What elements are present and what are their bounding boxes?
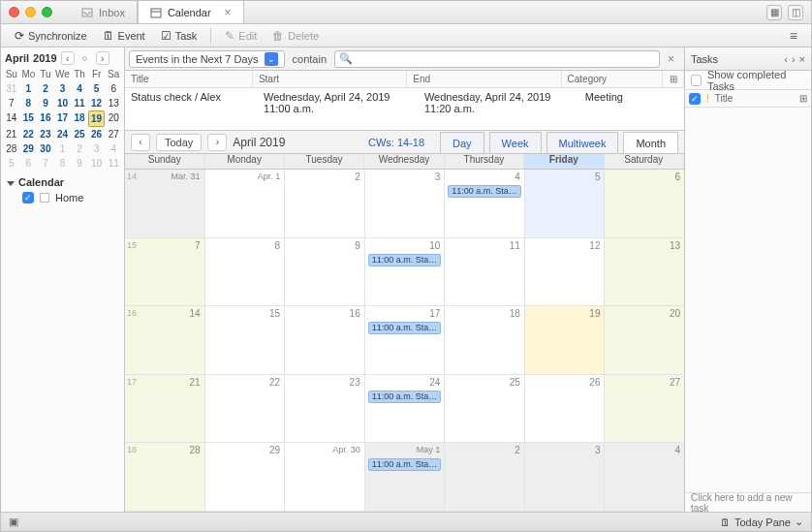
day-cell[interactable]: 15 [205,306,286,374]
mini-day[interactable]: 4 [71,81,88,96]
window-close[interactable] [9,7,19,17]
tab-calendar[interactable]: Calendar × [138,1,244,23]
mini-day[interactable]: 12 [88,96,106,110]
day-cell[interactable]: 715 [125,238,205,306]
delete-button[interactable]: 🗑Delete [266,27,325,45]
mini-day[interactable]: 9 [71,156,88,171]
calendar-item-home[interactable]: ✓ Home [7,188,118,207]
day-cell[interactable]: 2411:00 a.m. Status ... [365,375,446,443]
day-cell[interactable]: 18 [445,306,525,374]
next-period-button[interactable]: › [207,134,227,151]
day-cell[interactable]: 29 [205,443,286,511]
mini-day[interactable]: 30 [37,141,54,156]
day-cell[interactable]: 2 [285,170,365,237]
new-event-button[interactable]: 🗓Event [97,27,151,45]
day-cell[interactable]: 13 [605,238,684,306]
day-cell[interactable]: Apr. 30 [285,443,365,511]
day-cell[interactable]: 2 [445,443,525,511]
day-cell[interactable]: 16 [285,306,365,374]
mini-day[interactable]: 20 [105,110,122,127]
viewtab-week[interactable]: Week [489,132,542,153]
mini-day[interactable]: 22 [20,127,38,141]
priority-icon[interactable]: ! [706,93,709,104]
tasks-next-icon[interactable]: › [792,53,796,65]
col-title[interactable]: Title [125,71,253,87]
calendar-event[interactable]: 11:00 a.m. Status ... [368,322,442,334]
day-cell[interactable]: 8 [205,238,286,306]
mini-day[interactable]: 3 [88,141,106,156]
viewtab-month[interactable]: Month [623,132,678,153]
mini-day[interactable]: 1 [54,141,72,156]
mini-day[interactable]: 14 [3,110,20,127]
synchronize-button[interactable]: ⟳Synchronize [9,27,93,45]
search-input[interactable]: 🔍 [334,50,660,68]
day-cell[interactable]: Apr. 1 [205,170,286,237]
day-cell[interactable]: 1416 [125,306,205,374]
checkbox-on-icon[interactable]: ✓ [22,192,34,203]
day-cell[interactable]: 6 [605,170,684,237]
chevron-down-icon[interactable] [7,181,15,186]
day-cell[interactable]: 2818 [125,443,205,511]
window-minimize[interactable] [25,7,36,17]
mini-day[interactable]: 1 [20,81,38,96]
mini-day[interactable]: 5 [88,81,106,96]
calendar-event[interactable]: 11:00 a.m. Status ... [368,254,442,266]
add-task-input[interactable]: Click here to add a new task [685,492,811,512]
day-cell[interactable]: 12 [525,238,606,306]
scope-dropdown[interactable]: Events in the Next 7 Days ⌄ [129,50,285,68]
mini-day[interactable]: 31 [3,81,20,96]
calendar-event[interactable]: 11:00 a.m. Status ... [368,391,442,403]
mini-day[interactable]: 7 [3,96,20,110]
day-cell[interactable]: 1711:00 a.m. Status ... [365,306,446,374]
mini-day[interactable]: 13 [105,96,122,110]
show-completed-toggle[interactable]: ✓ Show completed Tasks [685,71,811,90]
day-cell[interactable]: 3 [525,443,606,511]
day-cell[interactable]: 2117 [125,375,205,443]
day-cell[interactable]: 411:00 a.m. Status ... [445,170,525,237]
new-task-button[interactable]: ☑Task [155,27,203,45]
col-start[interactable]: Start [253,71,407,87]
mini-day[interactable]: 11 [71,96,88,110]
mini-day[interactable]: 10 [88,156,106,171]
mini-day[interactable]: 25 [71,127,88,141]
calendar-event[interactable]: 11:00 a.m. Status ... [368,458,442,471]
toolbar-panel-icon[interactable]: ◫ [788,5,803,20]
day-cell[interactable]: 22 [205,375,286,443]
mini-day[interactable]: 16 [37,110,54,127]
tab-inbox[interactable]: Inbox [70,1,138,23]
checkbox-off-icon[interactable]: ✓ [691,75,702,86]
day-cell[interactable]: May 111:00 a.m. Status ... [365,443,446,511]
mini-day[interactable]: 2 [37,81,54,96]
mini-day[interactable]: 26 [88,127,106,141]
prev-period-button[interactable]: ‹ [131,134,150,151]
day-cell[interactable]: Mar. 3114 [125,170,205,237]
day-cell[interactable]: 27 [605,375,684,443]
col-end[interactable]: End [407,71,561,87]
mini-day[interactable]: 9 [37,96,54,110]
mini-day[interactable]: 28 [3,141,20,156]
tasks-prev-icon[interactable]: ‹ [784,53,788,65]
mini-calendar[interactable]: SuMoTuWeThFrSa31123456789101112131415161… [1,67,124,171]
mini-day[interactable]: 7 [37,156,54,171]
day-cell[interactable]: 1011:00 a.m. Status ... [365,238,446,306]
window-zoom[interactable] [42,7,52,17]
mini-day[interactable]: 18 [71,110,88,127]
tab-close-icon[interactable]: × [225,6,232,19]
day-cell[interactable]: 19 [525,306,606,374]
mini-day[interactable]: 10 [54,96,72,110]
mini-day[interactable]: 11 [105,156,122,171]
today-pane-toggle[interactable]: 🗓 Today Pane ⌄ [720,516,803,528]
col-category[interactable]: Category [562,71,663,87]
day-cell[interactable]: 26 [525,375,606,443]
mini-day[interactable]: 6 [20,156,38,171]
clear-search-icon[interactable]: × [662,52,680,66]
mini-day[interactable]: 8 [54,156,72,171]
day-cell[interactable]: 4 [605,443,684,511]
toolbar-layout-icon[interactable]: ▦ [766,5,782,20]
day-cell[interactable]: 5 [525,170,606,237]
mini-day[interactable]: 17 [54,110,72,127]
task-col-title[interactable]: Title [715,93,794,104]
prev-month-button[interactable]: ‹ [61,51,75,65]
event-list-row[interactable]: Status check / Alex Wednesday, April 24,… [125,88,684,117]
task-filter-check-icon[interactable]: ✓ [689,93,701,105]
